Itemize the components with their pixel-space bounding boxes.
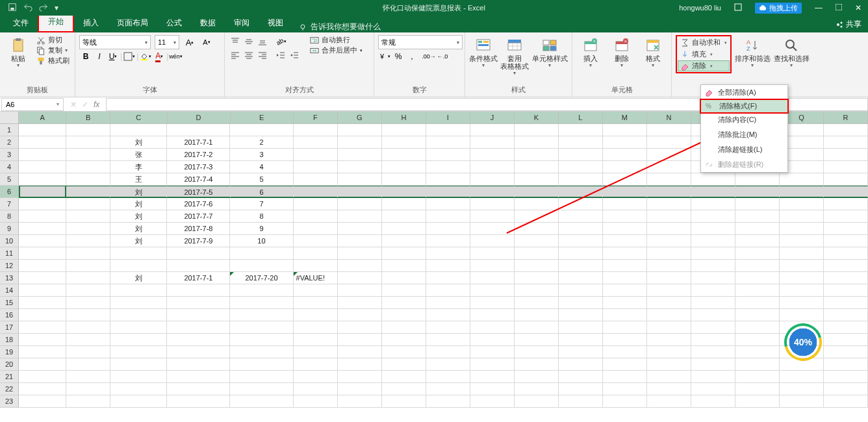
cell[interactable] [647, 173, 691, 186]
cell[interactable] [294, 124, 338, 136]
cell[interactable] [735, 383, 780, 395]
row-header[interactable]: 10 [0, 235, 19, 247]
cell[interactable] [294, 260, 338, 272]
cell[interactable] [66, 198, 110, 210]
cell[interactable] [647, 284, 691, 297]
cell[interactable] [824, 136, 868, 149]
cell[interactable] [19, 173, 66, 186]
percent-button[interactable]: % [392, 50, 405, 63]
cell[interactable] [691, 198, 735, 210]
cell[interactable]: 刘 [110, 235, 167, 247]
cell[interactable] [780, 173, 824, 186]
tab-view[interactable]: 视图 [259, 14, 292, 32]
cell[interactable] [230, 297, 293, 309]
cell[interactable] [603, 198, 647, 210]
cell[interactable] [735, 223, 780, 235]
cell[interactable] [603, 210, 647, 223]
cell[interactable] [470, 247, 515, 260]
cell[interactable] [559, 272, 603, 284]
cell[interactable] [824, 235, 868, 247]
cell[interactable] [603, 358, 647, 371]
cell[interactable] [382, 247, 426, 260]
tab-page-layout[interactable]: 页面布局 [108, 14, 157, 32]
cell[interactable]: #VALUE! [294, 272, 338, 284]
cell[interactable] [19, 149, 66, 161]
cell[interactable] [110, 124, 167, 136]
cell[interactable]: 刘 [110, 186, 167, 198]
undo-icon[interactable] [23, 3, 32, 14]
increase-decimal-button[interactable]: .00→ [422, 50, 435, 63]
cell[interactable] [294, 235, 338, 247]
cell[interactable] [691, 210, 735, 223]
cell[interactable] [735, 321, 780, 334]
cell[interactable] [647, 272, 691, 284]
cell[interactable] [603, 284, 647, 297]
cell[interactable] [559, 334, 603, 346]
sort-filter-button[interactable]: AZ排序和筛选▾ [734, 35, 771, 68]
cell[interactable] [110, 309, 167, 321]
cell[interactable] [382, 210, 426, 223]
cell[interactable] [470, 260, 515, 272]
cell[interactable] [426, 395, 470, 408]
cell[interactable] [647, 297, 691, 309]
cell[interactable] [647, 235, 691, 247]
cell[interactable] [19, 371, 66, 383]
cell[interactable] [66, 297, 110, 309]
row-header[interactable]: 9 [0, 223, 19, 235]
cell[interactable] [338, 235, 382, 247]
cell[interactable] [824, 272, 868, 284]
cell[interactable] [780, 247, 824, 260]
cell[interactable] [691, 284, 735, 297]
cell[interactable] [470, 395, 515, 408]
cell[interactable] [735, 186, 780, 198]
cell[interactable] [780, 371, 824, 383]
cell[interactable] [110, 334, 167, 346]
cell[interactable] [294, 186, 338, 198]
cell[interactable] [338, 358, 382, 371]
cell[interactable] [66, 210, 110, 223]
cell[interactable] [470, 309, 515, 321]
cell[interactable] [735, 247, 780, 260]
cell[interactable]: 刘 [110, 210, 167, 223]
cell[interactable] [382, 198, 426, 210]
cell[interactable] [470, 346, 515, 358]
cell[interactable] [515, 383, 559, 395]
cell[interactable] [110, 321, 167, 334]
column-header[interactable]: K [515, 112, 559, 123]
cell[interactable] [515, 136, 559, 149]
cell[interactable] [824, 321, 868, 334]
cell[interactable] [294, 149, 338, 161]
clear-all-item[interactable]: 全部清除(A) [701, 85, 787, 100]
cell[interactable] [824, 346, 868, 358]
cell[interactable] [19, 136, 66, 149]
increase-font-button[interactable]: A▴ [183, 36, 196, 49]
row-header[interactable]: 21 [0, 371, 19, 383]
cell[interactable] [110, 260, 167, 272]
cell[interactable] [515, 173, 559, 186]
cell[interactable] [735, 210, 780, 223]
row-header[interactable]: 4 [0, 161, 19, 173]
row-header[interactable]: 7 [0, 198, 19, 210]
row-header[interactable]: 14 [0, 284, 19, 297]
cell[interactable] [603, 260, 647, 272]
cell[interactable] [426, 136, 470, 149]
cell[interactable] [647, 247, 691, 260]
cell[interactable] [515, 223, 559, 235]
cell[interactable] [167, 297, 230, 309]
cell[interactable] [691, 235, 735, 247]
fill-color-button[interactable]: ▾ [139, 50, 152, 63]
cell[interactable] [824, 395, 868, 408]
cell[interactable] [824, 334, 868, 346]
cell[interactable] [294, 309, 338, 321]
underline-button[interactable]: U▾ [107, 50, 120, 63]
cell[interactable] [470, 358, 515, 371]
cell[interactable] [603, 136, 647, 149]
cell[interactable] [603, 371, 647, 383]
column-header[interactable]: A [19, 112, 66, 123]
cell[interactable] [735, 198, 780, 210]
cell[interactable] [824, 358, 868, 371]
row-header[interactable]: 13 [0, 272, 19, 284]
cell[interactable] [66, 358, 110, 371]
cell[interactable] [338, 272, 382, 284]
cell[interactable]: 2017-7-1 [167, 136, 230, 149]
